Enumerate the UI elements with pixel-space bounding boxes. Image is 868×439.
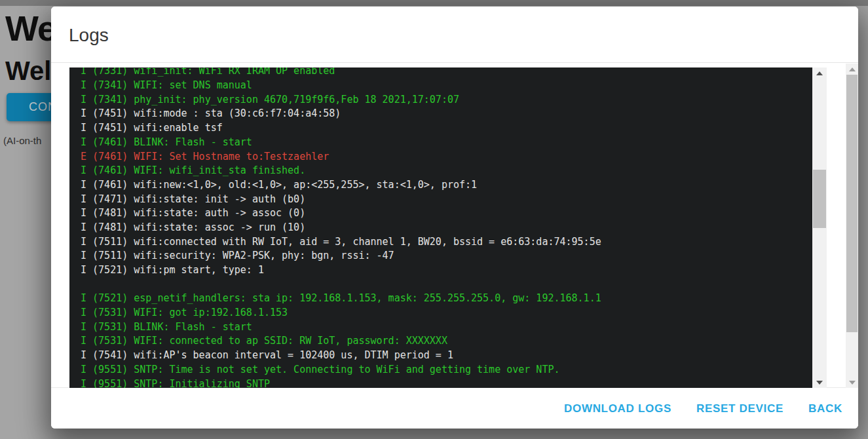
log-line: I (7481) wifi:state: auth -> assoc (0) (81, 206, 812, 221)
log-line: I (9551) SNTP: Initializing SNTP (81, 377, 812, 388)
log-line: I (7531) BLINK: Flash - start (81, 320, 812, 335)
page-footnote: (AI-on-th (3, 135, 41, 146)
log-line: I (9551) SNTP: Time is not set yet. Conn… (81, 363, 812, 377)
log-output: I (7331) wifi_init: WiFi RX IRAM OP enab… (69, 67, 812, 388)
page-heading: We (5, 8, 52, 48)
log-line: I (7451) wifi:mode : sta (30:c6:f7:04:a4… (81, 107, 812, 121)
screen: We Wel CON (AI-on-th Logs I (7331) wifi_… (0, 0, 868, 439)
terminal-scrollbar[interactable] (812, 67, 827, 388)
back-button[interactable]: BACK (806, 397, 845, 421)
download-logs-button[interactable]: DOWNLOAD LOGS (561, 397, 674, 421)
log-line: E (7461) WIFI: Set Hostname to:Testzaehl… (81, 150, 812, 164)
log-line (81, 278, 812, 292)
background-connect-button: CON (7, 93, 52, 121)
dialog-scrollbar[interactable] (846, 64, 858, 388)
log-line: I (7541) wifi:AP's beacon interval = 102… (81, 349, 812, 363)
logs-dialog: Logs I (7331) wifi_init: WiFi RX IRAM OP… (51, 7, 858, 429)
log-line: I (7531) WIFI: got ip:192.168.1.153 (81, 306, 812, 320)
dialog-title: Logs (69, 25, 109, 46)
log-line: I (7511) wifi:connected with RW IoT, aid… (81, 235, 812, 250)
log-line: I (7521) wifi:pm start, type: 1 (81, 263, 812, 278)
background-page-content: We Wel CON (AI-on-th (0, 0, 52, 439)
log-line: I (7471) wifi:state: init -> auth (b0) (81, 193, 812, 207)
dialog-header: Logs (51, 7, 858, 63)
log-line: I (7341) WIFI: set DNS manual (81, 79, 812, 93)
dialog-scrollbar-thumb[interactable] (846, 75, 858, 332)
log-line: I (7461) BLINK: Flash - start (81, 136, 812, 150)
reset-device-button[interactable]: RESET DEVICE (694, 397, 786, 421)
log-line: I (7451) wifi:enable tsf (81, 121, 812, 136)
scroll-up-arrow-icon[interactable] (812, 67, 827, 79)
log-terminal[interactable]: I (7331) wifi_init: WiFi RX IRAM OP enab… (69, 67, 827, 388)
dialog-footer: DOWNLOAD LOGS RESET DEVICE BACK (51, 389, 858, 429)
terminal-scrollbar-thumb[interactable] (813, 170, 826, 228)
log-line: I (7341) phy_init: phy_version 4670,719f… (81, 93, 812, 107)
log-line: I (7481) wifi:state: assoc -> run (10) (81, 221, 812, 235)
log-line: I (7331) wifi_init: WiFi RX IRAM OP enab… (81, 67, 812, 79)
log-line: I (7461) wifi:new:<1,0>, old:<1,0>, ap:<… (81, 178, 812, 193)
scroll-down-arrow-icon[interactable] (846, 377, 858, 388)
log-line: I (7461) WIFI: wifi_init_sta finished. (81, 164, 812, 178)
dialog-body: I (7331) wifi_init: WiFi RX IRAM OP enab… (51, 64, 858, 388)
scroll-down-arrow-icon[interactable] (812, 377, 827, 388)
log-line: I (7531) WIFI: connected to ap SSID: RW … (81, 334, 812, 349)
scroll-up-arrow-icon[interactable] (846, 64, 858, 75)
page-top-bar (0, 0, 868, 6)
log-line: I (7511) wifi:security: WPA2-PSK, phy: b… (81, 249, 812, 263)
page-subheading: Wel (5, 56, 51, 86)
log-line: I (7521) esp_netif_handlers: sta ip: 192… (81, 292, 812, 306)
